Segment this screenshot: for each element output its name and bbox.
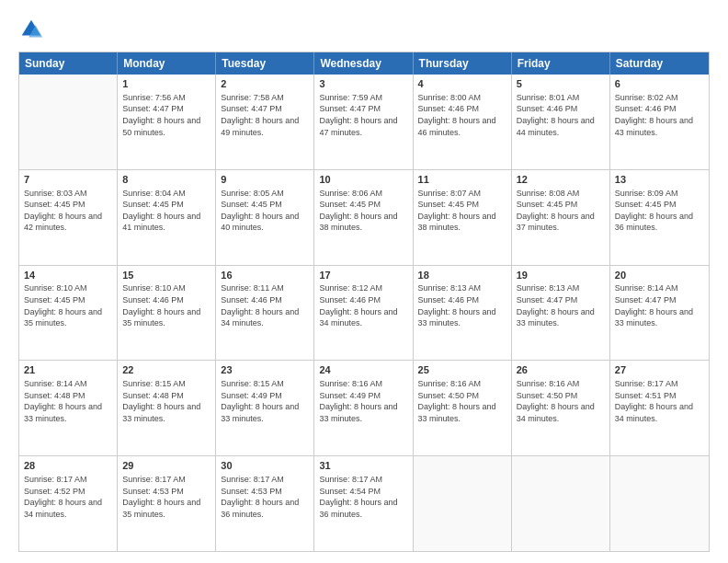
calendar-page: SundayMondayTuesdayWednesdayThursdayFrid… xyxy=(0,0,728,563)
calendar-cell: 7Sunrise: 8:03 AMSunset: 4:45 PMDaylight… xyxy=(19,170,118,265)
day-number: 24 xyxy=(319,363,407,377)
calendar-row: 1Sunrise: 7:56 AMSunset: 4:47 PMDaylight… xyxy=(19,75,709,170)
cell-info: Sunrise: 8:10 AMSunset: 4:45 PMDaylight:… xyxy=(24,282,112,328)
calendar-row: 14Sunrise: 8:10 AMSunset: 4:45 PMDayligh… xyxy=(19,266,709,362)
calendar-cell: 16Sunrise: 8:11 AMSunset: 4:46 PMDayligh… xyxy=(216,266,314,361)
calendar-cell: 25Sunrise: 8:16 AMSunset: 4:50 PMDayligh… xyxy=(414,361,512,455)
cell-info: Sunrise: 8:09 AMSunset: 4:45 PMDaylight:… xyxy=(615,188,704,234)
cell-info: Sunrise: 8:12 AMSunset: 4:46 PMDaylight:… xyxy=(319,282,407,328)
calendar-cell: 17Sunrise: 8:12 AMSunset: 4:46 PMDayligh… xyxy=(314,266,413,361)
day-number: 12 xyxy=(517,173,605,187)
calendar-body: 1Sunrise: 7:56 AMSunset: 4:47 PMDaylight… xyxy=(19,75,709,551)
calendar-cell: 22Sunrise: 8:15 AMSunset: 4:48 PMDayligh… xyxy=(118,361,216,455)
calendar-cell: 23Sunrise: 8:15 AMSunset: 4:49 PMDayligh… xyxy=(216,361,314,455)
cell-info: Sunrise: 8:10 AMSunset: 4:46 PMDaylight:… xyxy=(122,282,210,328)
cell-info: Sunrise: 8:04 AMSunset: 4:45 PMDaylight:… xyxy=(122,188,210,234)
cell-info: Sunrise: 8:08 AMSunset: 4:45 PMDaylight:… xyxy=(517,188,605,234)
calendar-cell: 21Sunrise: 8:14 AMSunset: 4:48 PMDayligh… xyxy=(19,361,118,455)
day-number: 15 xyxy=(122,269,210,282)
day-number: 21 xyxy=(24,363,112,377)
cell-info: Sunrise: 8:00 AMSunset: 4:46 PMDaylight:… xyxy=(418,92,506,138)
calendar-cell: 6Sunrise: 8:02 AMSunset: 4:46 PMDaylight… xyxy=(610,75,709,169)
weekday-header: Saturday xyxy=(610,52,709,75)
calendar-cell: 18Sunrise: 8:13 AMSunset: 4:46 PMDayligh… xyxy=(414,266,512,361)
calendar-cell: 8Sunrise: 8:04 AMSunset: 4:45 PMDaylight… xyxy=(118,170,216,265)
day-number: 22 xyxy=(122,363,210,377)
day-number: 3 xyxy=(319,77,407,91)
calendar-cell xyxy=(512,456,610,551)
calendar-cell: 12Sunrise: 8:08 AMSunset: 4:45 PMDayligh… xyxy=(512,170,610,265)
cell-info: Sunrise: 8:14 AMSunset: 4:47 PMDaylight:… xyxy=(615,282,704,328)
cell-info: Sunrise: 8:17 AMSunset: 4:53 PMDaylight:… xyxy=(122,474,210,520)
calendar-cell: 30Sunrise: 8:17 AMSunset: 4:53 PMDayligh… xyxy=(216,456,314,551)
cell-info: Sunrise: 8:06 AMSunset: 4:45 PMDaylight:… xyxy=(319,188,407,234)
calendar-cell: 3Sunrise: 7:59 AMSunset: 4:47 PMDaylight… xyxy=(314,75,413,169)
calendar-cell: 24Sunrise: 8:16 AMSunset: 4:49 PMDayligh… xyxy=(314,361,413,455)
day-number: 31 xyxy=(319,459,407,473)
weekday-header: Tuesday xyxy=(216,52,314,75)
calendar-cell: 28Sunrise: 8:17 AMSunset: 4:52 PMDayligh… xyxy=(19,456,118,551)
day-number: 17 xyxy=(319,269,407,282)
calendar-header: SundayMondayTuesdayWednesdayThursdayFrid… xyxy=(19,52,709,75)
cell-info: Sunrise: 8:17 AMSunset: 4:53 PMDaylight:… xyxy=(221,474,309,520)
logo xyxy=(18,17,48,42)
calendar-cell: 19Sunrise: 8:13 AMSunset: 4:47 PMDayligh… xyxy=(512,266,610,361)
day-number: 25 xyxy=(418,363,506,377)
weekday-header: Sunday xyxy=(19,52,118,75)
day-number: 5 xyxy=(517,77,605,91)
cell-info: Sunrise: 7:59 AMSunset: 4:47 PMDaylight:… xyxy=(319,92,407,138)
cell-info: Sunrise: 8:17 AMSunset: 4:51 PMDaylight:… xyxy=(615,378,704,424)
calendar-row: 21Sunrise: 8:14 AMSunset: 4:48 PMDayligh… xyxy=(19,361,709,456)
day-number: 26 xyxy=(517,363,605,377)
calendar-cell: 15Sunrise: 8:10 AMSunset: 4:46 PMDayligh… xyxy=(118,266,216,361)
calendar-cell: 9Sunrise: 8:05 AMSunset: 4:45 PMDaylight… xyxy=(216,170,314,265)
calendar-cell: 29Sunrise: 8:17 AMSunset: 4:53 PMDayligh… xyxy=(118,456,216,551)
day-number: 6 xyxy=(615,77,704,91)
day-number: 11 xyxy=(418,173,506,187)
calendar-row: 7Sunrise: 8:03 AMSunset: 4:45 PMDaylight… xyxy=(19,170,709,266)
cell-info: Sunrise: 7:56 AMSunset: 4:47 PMDaylight:… xyxy=(122,92,210,138)
logo-icon xyxy=(18,17,44,42)
cell-info: Sunrise: 8:17 AMSunset: 4:52 PMDaylight:… xyxy=(24,474,112,520)
weekday-header: Monday xyxy=(118,52,216,75)
cell-info: Sunrise: 8:17 AMSunset: 4:54 PMDaylight:… xyxy=(319,474,407,520)
calendar: SundayMondayTuesdayWednesdayThursdayFrid… xyxy=(18,52,710,552)
cell-info: Sunrise: 8:02 AMSunset: 4:46 PMDaylight:… xyxy=(615,92,704,138)
cell-info: Sunrise: 8:11 AMSunset: 4:46 PMDaylight:… xyxy=(221,282,309,328)
weekday-header: Thursday xyxy=(414,52,512,75)
cell-info: Sunrise: 8:13 AMSunset: 4:47 PMDaylight:… xyxy=(517,282,605,328)
day-number: 9 xyxy=(221,173,309,187)
day-number: 7 xyxy=(24,173,112,187)
day-number: 18 xyxy=(418,269,506,282)
day-number: 14 xyxy=(24,269,112,282)
cell-info: Sunrise: 8:14 AMSunset: 4:48 PMDaylight:… xyxy=(24,378,112,424)
calendar-cell: 27Sunrise: 8:17 AMSunset: 4:51 PMDayligh… xyxy=(610,361,709,455)
cell-info: Sunrise: 8:16 AMSunset: 4:50 PMDaylight:… xyxy=(418,378,506,424)
day-number: 23 xyxy=(221,363,309,377)
day-number: 29 xyxy=(122,459,210,473)
cell-info: Sunrise: 8:15 AMSunset: 4:48 PMDaylight:… xyxy=(122,378,210,424)
calendar-cell: 26Sunrise: 8:16 AMSunset: 4:50 PMDayligh… xyxy=(512,361,610,455)
calendar-cell: 11Sunrise: 8:07 AMSunset: 4:45 PMDayligh… xyxy=(414,170,512,265)
cell-info: Sunrise: 8:13 AMSunset: 4:46 PMDaylight:… xyxy=(418,282,506,328)
day-number: 10 xyxy=(319,173,407,187)
calendar-cell: 14Sunrise: 8:10 AMSunset: 4:45 PMDayligh… xyxy=(19,266,118,361)
day-number: 13 xyxy=(615,173,704,187)
calendar-cell: 20Sunrise: 8:14 AMSunset: 4:47 PMDayligh… xyxy=(610,266,709,361)
calendar-cell: 4Sunrise: 8:00 AMSunset: 4:46 PMDaylight… xyxy=(414,75,512,169)
calendar-cell: 2Sunrise: 7:58 AMSunset: 4:47 PMDaylight… xyxy=(216,75,314,169)
weekday-header: Wednesday xyxy=(314,52,413,75)
calendar-cell: 10Sunrise: 8:06 AMSunset: 4:45 PMDayligh… xyxy=(314,170,413,265)
calendar-row: 28Sunrise: 8:17 AMSunset: 4:52 PMDayligh… xyxy=(19,456,709,551)
day-number: 1 xyxy=(122,77,210,91)
day-number: 30 xyxy=(221,459,309,473)
calendar-cell xyxy=(19,75,118,169)
calendar-cell: 1Sunrise: 7:56 AMSunset: 4:47 PMDaylight… xyxy=(118,75,216,169)
calendar-cell: 31Sunrise: 8:17 AMSunset: 4:54 PMDayligh… xyxy=(314,456,413,551)
day-number: 4 xyxy=(418,77,506,91)
day-number: 16 xyxy=(221,269,309,282)
cell-info: Sunrise: 7:58 AMSunset: 4:47 PMDaylight:… xyxy=(221,92,309,138)
weekday-header: Friday xyxy=(512,52,610,75)
day-number: 19 xyxy=(517,269,605,282)
day-number: 8 xyxy=(122,173,210,187)
